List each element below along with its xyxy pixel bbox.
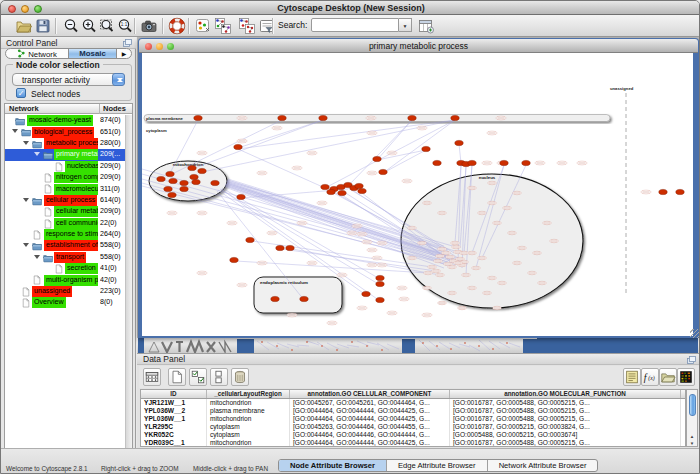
unselect-attributes-icon	[211, 369, 227, 385]
network-tab-icon	[17, 49, 26, 58]
float-panel-icon[interactable]	[123, 39, 132, 47]
tree-row-establishment-of-lo[interactable]: establishment of lo558(0)	[5, 240, 125, 251]
table-scrollbar-thumb[interactable]	[689, 394, 696, 416]
open-attr-folder-button[interactable]	[659, 368, 677, 386]
compartment-unassigned: unassigned	[610, 86, 634, 293]
table-cell: YPL036W__2	[141, 407, 207, 415]
tree-row-transport[interactable]: transport558(0)	[5, 252, 125, 263]
tree-row-cellular-process[interactable]: cellular process614(0)	[5, 195, 125, 206]
scroll-up-arrow[interactable]: ▲	[687, 434, 697, 439]
table-row[interactable]: YKR052Ccytoplasm[GO:0044464, GO:0044446,…	[141, 431, 685, 439]
delete-attribute-button[interactable]	[231, 368, 249, 386]
tree-row-label: biological_process	[32, 127, 94, 138]
expander-icon[interactable]	[34, 152, 40, 159]
tree-row-metabolic-process[interactable]: metabolic process280(0)	[5, 138, 125, 149]
tree-row-label: cellular metabo	[54, 206, 98, 217]
tree-doc-icon	[43, 219, 53, 229]
tab-network[interactable]: Network	[6, 49, 68, 58]
frame-resize-grip[interactable]	[690, 329, 699, 338]
table-row[interactable]: YLR295Ccytoplasm[GO:0045263, GO:0044464,…	[141, 423, 685, 431]
filter-form-button[interactable]	[258, 17, 276, 35]
tree-row-nucleobase-[interactable]: nucleobase-209(0)	[5, 161, 125, 172]
status-welcome: Welcome to Cytoscape 2.8.1	[6, 465, 88, 472]
data-panel-float-icon[interactable]	[687, 356, 696, 364]
expander-icon[interactable]	[12, 129, 18, 136]
zoom-fit-button[interactable]	[98, 17, 116, 35]
background-windows-strip	[137, 338, 700, 354]
zoom-out-button[interactable]	[62, 17, 80, 35]
save-button[interactable]	[34, 17, 52, 35]
tree-row-label: transport	[54, 252, 86, 263]
formula-button[interactable]: f(x)	[641, 368, 659, 386]
layout-network2-icon	[238, 17, 256, 35]
network-view-title: primary metabolic process	[139, 39, 698, 53]
tree-row-primary-metabo[interactable]: primary metabo209(...	[5, 149, 125, 160]
table-row[interactable]: YPL036W__1mitochondrion[GO:0044464, GO:0…	[141, 415, 685, 423]
tree-row-mosaic-demo-yeast[interactable]: mosaic-demo-yeast874(0)	[5, 115, 125, 126]
tree-row-nitrogen-compo[interactable]: nitrogen compo209(0)	[5, 172, 125, 183]
expander-icon[interactable]	[23, 243, 29, 250]
svg-text:1:1: 1:1	[121, 22, 128, 27]
folder-icon	[15, 116, 25, 126]
column-header[interactable]: annotation.GO MOLECULAR_FUNCTION	[450, 390, 681, 398]
unselect-attributes-button[interactable]	[210, 368, 228, 386]
zoom-in-button[interactable]	[80, 17, 98, 35]
node-color-dropdown[interactable]: transporter activity	[12, 73, 125, 86]
network-view-frame[interactable]: primary metabolic process plasma membran…	[138, 38, 699, 338]
search-input[interactable]	[311, 18, 399, 32]
tab-mosaic[interactable]: Mosaic	[68, 49, 117, 58]
column-header[interactable]: annotation.GO CELLULAR_COMPONENT	[290, 390, 450, 398]
compartment-plasma-membrane[interactable]: plasma membrane	[144, 115, 610, 122]
layout-network2-button[interactable]	[238, 17, 256, 35]
table-row[interactable]: YDR039C__1mitochondrion[GO:0044464, GO:0…	[141, 439, 685, 447]
toolbar-separator	[272, 18, 273, 34]
snapshot-camera-button[interactable]	[140, 17, 158, 35]
tree-row-multi-organism-pro[interactable]: multi-organism pro42(0)	[5, 274, 125, 285]
tree-row-label: mosaic-demo-yeast	[27, 115, 93, 126]
tab-network-attribute-browser[interactable]: Network Attribute Browser	[488, 460, 598, 471]
expander-icon[interactable]	[23, 141, 29, 148]
document-icon	[21, 298, 31, 308]
table-row[interactable]: YPL036W__2plasma membrane[GO:0044464, GO…	[141, 407, 685, 415]
network-canvas[interactable]: plasma membranecytoplasmmitochondrionnuc…	[142, 53, 693, 336]
tree-row-overview[interactable]: Overview8(0)	[5, 297, 125, 308]
tree-scrollbar[interactable]	[125, 115, 132, 454]
tree-row-cell-communica[interactable]: cell communica22(0)	[5, 218, 125, 229]
open-folder-button[interactable]	[15, 17, 33, 35]
tab-overflow-button[interactable]: ▶	[117, 49, 131, 58]
attribute-list-button[interactable]	[623, 368, 641, 386]
expander-icon[interactable]	[34, 255, 40, 262]
window-titlebar[interactable]: Cytoscape Desktop (New Session)	[1, 1, 700, 15]
compartment-endoplasmic-reticulum[interactable]: endoplasmic reticulum	[254, 277, 342, 313]
tree-row-macromolecule[interactable]: macromolecule311(0)	[5, 183, 125, 194]
heatmap-button[interactable]	[677, 368, 695, 386]
control-panel-title: Control Panel	[6, 38, 58, 48]
main-toolbar: Search: ▼ 1:1	[1, 15, 700, 37]
layout-network-button[interactable]	[214, 17, 232, 35]
new-attribute-button[interactable]	[168, 368, 186, 386]
import-table-button[interactable]	[417, 17, 435, 35]
column-header[interactable]: ID	[141, 390, 207, 398]
tree-row-label: multi-organism pro	[44, 275, 98, 286]
tab-node-attribute-browser[interactable]: Node Attribute Browser	[279, 460, 387, 471]
tree-row-cellular-metabo[interactable]: cellular metabo209(0)	[5, 206, 125, 217]
help-ring-button[interactable]	[168, 17, 186, 35]
table-row[interactable]: YJR121W__1mitochondrion[GO:0045267, GO:0…	[141, 399, 685, 407]
scroll-down-arrow[interactable]: ▼	[687, 441, 697, 446]
vizmapper-button[interactable]	[194, 17, 212, 35]
window-title: Cytoscape Desktop (New Session)	[1, 2, 700, 15]
expander-icon[interactable]	[23, 198, 29, 205]
tree-row-unassigned[interactable]: unassigned223(0)	[5, 286, 125, 297]
tree-row-biological-process[interactable]: biological_process651(0)	[5, 126, 125, 137]
tree-row-secretion[interactable]: secretion41(0)	[5, 263, 125, 274]
column-header[interactable]: _cellularLayoutRegion	[207, 390, 290, 398]
tab-edge-attribute-browser[interactable]: Edge Attribute Browser	[387, 460, 488, 471]
network-view-titlebar[interactable]: primary metabolic process	[139, 39, 698, 53]
table-scrollbar[interactable]: ▲ ▼	[686, 389, 698, 447]
select-nodes-checkbox[interactable]: ✓	[16, 88, 26, 98]
select-attributes-button[interactable]	[189, 368, 207, 386]
zoom-actual-button[interactable]: 1:1	[116, 17, 134, 35]
tree-row-response-to-stimul[interactable]: response to stimul264(0)	[5, 229, 125, 240]
attribute-grid-button[interactable]	[143, 368, 161, 386]
search-dropdown-button[interactable]: ▼	[399, 18, 412, 32]
